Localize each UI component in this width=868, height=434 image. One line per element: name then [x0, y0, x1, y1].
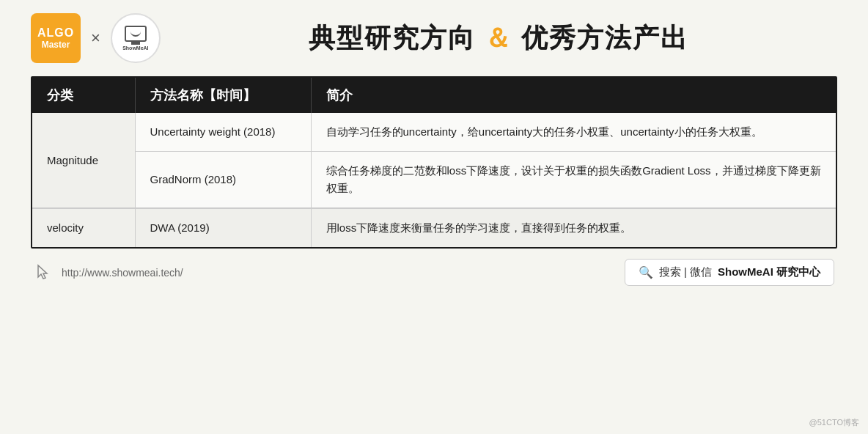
cursor-icon — [34, 262, 54, 283]
search-label: 搜索 | 微信 — [659, 265, 712, 279]
method-cell-uncertainty: Uncertainty weight (2018) — [135, 113, 311, 152]
main-table: 分类 方法名称【时间】 简介 Magnitude Uncertainty wei… — [31, 76, 837, 249]
col-header-method: 方法名称【时间】 — [135, 78, 311, 113]
table-row: Magnitude Uncertainty weight (2018) 自动学习… — [32, 113, 836, 152]
title-ampersand: ＆ — [485, 23, 512, 53]
title-part1: 典型研究方向 — [309, 23, 476, 53]
algo-text: ALGO — [37, 26, 74, 40]
cross-symbol: × — [91, 29, 100, 48]
category-cell-velocity: velocity — [32, 208, 135, 247]
desc-cell-dwa: 用loss下降速度来衡量任务的学习速度，直接得到任务的权重。 — [311, 208, 836, 247]
smile-icon — [130, 32, 141, 37]
watermark: @51CTO博客 — [809, 417, 859, 428]
col-header-desc: 简介 — [311, 78, 836, 113]
desc-cell-gradnorm: 综合任务梯度的二范数和loss下降速度，设计关于权重的损失函数Gradient … — [311, 152, 836, 209]
table-row: velocity DWA (2019) 用loss下降速度来衡量任务的学习速度，… — [32, 208, 836, 247]
footer-url: http://www.showmeai.tech/ — [62, 267, 183, 279]
logo-area: ALGO Master × ShowMeAI — [31, 13, 161, 63]
search-badge[interactable]: 🔍 搜索 | 微信 ShowMeAI 研究中心 — [625, 259, 834, 286]
brand-name: ShowMeAI 研究中心 — [718, 265, 820, 279]
footer: http://www.showmeai.tech/ 🔍 搜索 | 微信 Show… — [31, 259, 837, 286]
table-header-row: 分类 方法名称【时间】 简介 — [32, 78, 836, 113]
page-title: 典型研究方向 ＆ 优秀方法产出 — [161, 21, 837, 56]
method-cell-dwa: DWA (2019) — [135, 208, 311, 247]
category-cell-magnitude: Magnitude — [32, 113, 135, 208]
monitor-icon — [125, 26, 147, 42]
title-part2: 优秀方法产出 — [521, 23, 688, 53]
desc-cell-uncertainty: 自动学习任务的uncertainty，给uncertainty大的任务小权重、u… — [311, 113, 836, 152]
method-cell-gradnorm: GradNorm (2018) — [135, 152, 311, 209]
col-header-category: 分类 — [32, 78, 135, 113]
showme-label: ShowMeAI — [122, 45, 148, 51]
master-text: Master — [42, 40, 70, 50]
algo-master-logo: ALGO Master — [31, 13, 81, 63]
header: ALGO Master × ShowMeAI 典型研究方向 ＆ 优秀方法产出 — [31, 13, 837, 63]
search-icon: 🔍 — [639, 265, 653, 279]
footer-url-area: http://www.showmeai.tech/ — [34, 262, 183, 283]
showmeai-logo: ShowMeAI — [111, 13, 161, 63]
table-row: GradNorm (2018) 综合任务梯度的二范数和loss下降速度，设计关于… — [32, 152, 836, 209]
